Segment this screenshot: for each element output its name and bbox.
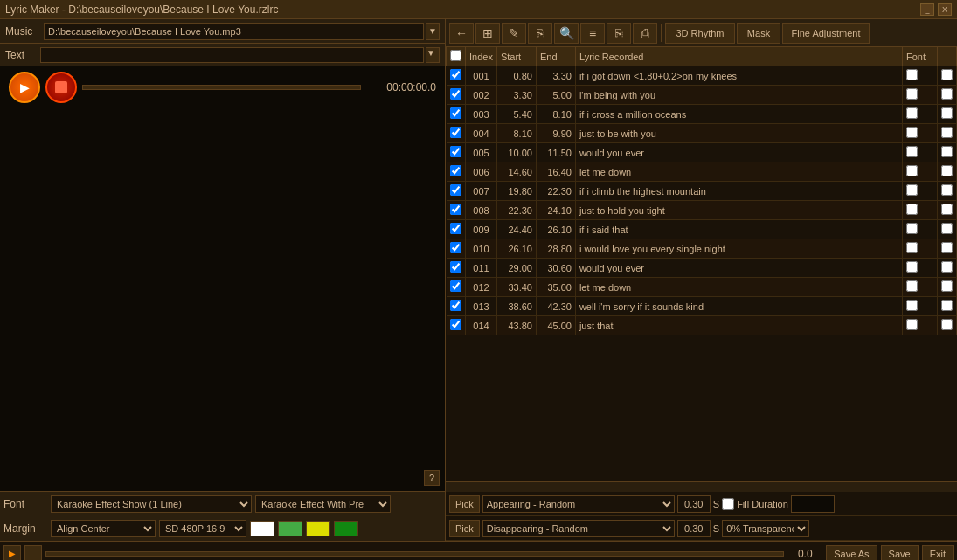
color-white[interactable]: [250, 521, 274, 536]
mask-button[interactable]: Mask: [737, 23, 780, 44]
row-lyric[interactable]: let me down: [575, 278, 902, 297]
row-checkbox[interactable]: [450, 223, 461, 234]
row-last-check[interactable]: [941, 242, 953, 253]
status-play-button[interactable]: ▶: [3, 545, 21, 561]
help-button[interactable]: ?: [424, 470, 440, 486]
row-last-check[interactable]: [941, 184, 953, 196]
minimize-button[interactable]: _: [920, 3, 934, 16]
row-font-check[interactable]: [906, 127, 918, 138]
row-last-check[interactable]: [941, 165, 953, 176]
font-effect2-select[interactable]: Karaoke Effect With Pre: [255, 495, 391, 513]
pick-appearing-button[interactable]: Pick: [449, 495, 480, 513]
row-last-check[interactable]: [941, 69, 953, 80]
close-button[interactable]: X: [938, 3, 952, 16]
row-lyric[interactable]: just to be with you: [575, 124, 902, 143]
row-font-check[interactable]: [906, 204, 918, 215]
row-checkbox[interactable]: [450, 165, 461, 176]
row-lyric[interactable]: would you ever: [575, 143, 902, 162]
row-last-check[interactable]: [941, 280, 953, 292]
row-lyric[interactable]: i'm being with you: [575, 86, 902, 105]
row-font-check[interactable]: [906, 107, 918, 119]
font-effect-select[interactable]: Karaoke Effect Show (1 Line): [51, 495, 252, 513]
music-browse-button[interactable]: ▼: [426, 23, 440, 40]
row-font-check[interactable]: [906, 319, 918, 330]
save-as-button[interactable]: Save As: [826, 545, 877, 561]
row-checkbox[interactable]: [450, 107, 461, 119]
row-checkbox[interactable]: [450, 204, 461, 215]
stop-button[interactable]: [45, 72, 77, 103]
row-last-check[interactable]: [941, 88, 953, 100]
text-browse-button[interactable]: ▼: [426, 47, 440, 63]
play-button[interactable]: ▶: [9, 72, 40, 103]
row-font-check[interactable]: [906, 69, 918, 80]
row-checkbox[interactable]: [450, 88, 461, 100]
row-font-check[interactable]: [906, 88, 918, 100]
row-lyric[interactable]: if i climb the highest mountain: [575, 182, 902, 201]
rhythm-button[interactable]: 3D Rhythm: [665, 23, 735, 44]
appearing-select[interactable]: Appearing - Random: [482, 495, 675, 513]
toolbar-copy-button[interactable]: ⎘: [528, 23, 552, 44]
row-checkbox[interactable]: [450, 69, 461, 80]
row-font-check[interactable]: [906, 242, 918, 253]
toolbar-search-button[interactable]: 🔍: [554, 23, 579, 44]
toolbar-edit-button[interactable]: ✎: [502, 23, 526, 44]
toolbar-back-button[interactable]: ←: [449, 23, 474, 44]
exit-button[interactable]: Exit: [922, 545, 954, 561]
row-lyric[interactable]: if i got down <1.80+0.2>on my knees: [575, 66, 902, 86]
color-darkgreen[interactable]: [334, 521, 358, 536]
row-font-check[interactable]: [906, 165, 918, 176]
row-lyric[interactable]: if i said that: [575, 220, 902, 239]
seek-bar[interactable]: [82, 85, 361, 90]
check-all[interactable]: [450, 50, 461, 61]
appearing-value-input[interactable]: [677, 495, 711, 513]
row-checkbox[interactable]: [450, 261, 461, 273]
row-last-check[interactable]: [941, 261, 953, 273]
transparency-select[interactable]: 0% Transparency: [722, 520, 809, 537]
margin-align-select[interactable]: Align Center: [51, 520, 156, 537]
fine-adj-button[interactable]: Fine Adjustment: [782, 23, 870, 44]
row-font-check[interactable]: [906, 223, 918, 234]
pick-disappearing-button[interactable]: Pick: [449, 520, 480, 537]
row-checkbox[interactable]: [450, 280, 461, 292]
row-last-check[interactable]: [941, 300, 953, 311]
margin-res-select[interactable]: SD 480P 16:9: [159, 520, 246, 537]
row-lyric[interactable]: just to hold you tight: [575, 201, 902, 220]
row-lyric[interactable]: i would love you every single night: [575, 239, 902, 259]
row-lyric[interactable]: would you ever: [575, 259, 902, 278]
fill-duration-check[interactable]: [722, 498, 734, 510]
text-input[interactable]: [40, 47, 424, 63]
row-lyric[interactable]: if i cross a million oceans: [575, 105, 902, 124]
row-lyric[interactable]: just that: [575, 316, 902, 335]
row-checkbox[interactable]: [450, 146, 461, 157]
save-button[interactable]: Save: [881, 545, 919, 561]
row-font-check[interactable]: [906, 300, 918, 311]
row-font-check[interactable]: [906, 261, 918, 273]
disappearing-select[interactable]: Disappearing - Random: [482, 520, 675, 537]
status-stop-box[interactable]: [24, 545, 42, 561]
toolbar-list-button[interactable]: ≡: [580, 23, 605, 44]
row-last-check[interactable]: [941, 223, 953, 234]
color-yellow[interactable]: [306, 521, 330, 536]
music-path-input[interactable]: [44, 23, 424, 40]
row-checkbox[interactable]: [450, 242, 461, 253]
row-last-check[interactable]: [941, 319, 953, 330]
toolbar-grid-button[interactable]: ⊞: [475, 23, 500, 44]
row-lyric[interactable]: let me down: [575, 162, 902, 182]
toolbar-print-button[interactable]: ⎙: [633, 23, 657, 44]
row-checkbox[interactable]: [450, 127, 461, 138]
disappearing-value-input[interactable]: [677, 520, 711, 537]
row-checkbox[interactable]: [450, 300, 461, 311]
row-last-check[interactable]: [941, 204, 953, 215]
row-font-check[interactable]: [906, 146, 918, 157]
row-lyric[interactable]: well i'm sorry if it sounds kind: [575, 297, 902, 316]
color-green[interactable]: [278, 521, 302, 536]
row-last-check[interactable]: [941, 127, 953, 138]
horizontal-scrollbar[interactable]: [446, 481, 957, 492]
row-last-check[interactable]: [941, 146, 953, 157]
toolbar-copy2-button[interactable]: ⎘: [607, 23, 631, 44]
row-font-check[interactable]: [906, 184, 918, 196]
row-font-check[interactable]: [906, 280, 918, 292]
row-checkbox[interactable]: [450, 319, 461, 330]
row-last-check[interactable]: [941, 107, 953, 119]
row-checkbox[interactable]: [450, 184, 461, 196]
